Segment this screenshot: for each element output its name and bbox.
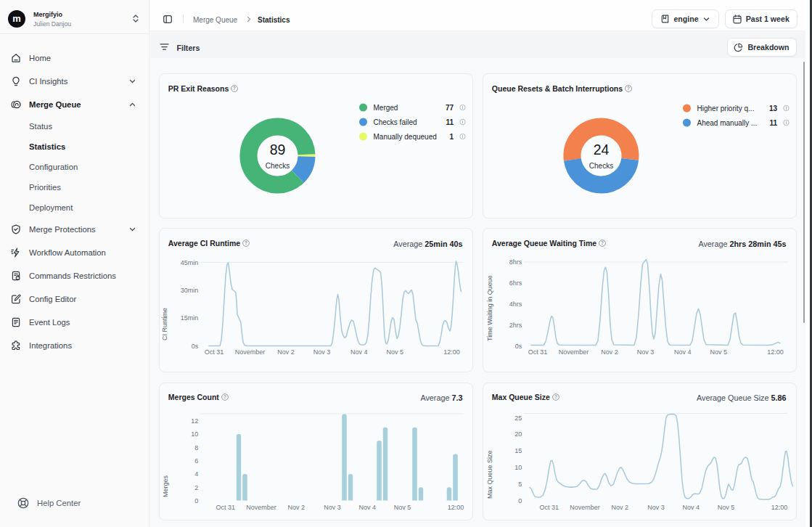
svg-text:10: 10 [191, 430, 198, 438]
svg-text:8: 8 [194, 444, 198, 451]
svg-text:20: 20 [514, 430, 522, 438]
svg-text:Oct 31: Oct 31 [205, 348, 224, 356]
svg-text:15: 15 [514, 447, 522, 454]
svg-text:Oct 31: Oct 31 [216, 504, 235, 511]
svg-text:6: 6 [194, 457, 198, 465]
svg-text:2hrs: 2hrs [509, 322, 522, 329]
svg-text:Nov 3: Nov 3 [647, 504, 665, 511]
svg-text:2: 2 [194, 483, 198, 491]
svg-text:10: 10 [514, 463, 522, 470]
svg-text:12:00: 12:00 [448, 504, 464, 511]
svg-text:Nov 5: Nov 5 [386, 348, 403, 356]
svg-text:November: November [559, 348, 589, 356]
svg-text:November: November [570, 504, 600, 511]
svg-text:Nov 3: Nov 3 [313, 348, 331, 356]
svg-text:0s: 0s [515, 343, 522, 350]
svg-text:Oct 31: Oct 31 [528, 348, 548, 356]
svg-text:0: 0 [518, 497, 522, 504]
svg-text:0s: 0s [192, 343, 199, 350]
svg-text:Nov 5: Nov 5 [394, 504, 411, 511]
svg-text:15min: 15min [181, 314, 199, 322]
svg-text:12:00: 12:00 [767, 348, 784, 356]
svg-text:25: 25 [514, 414, 522, 421]
svg-text:4: 4 [194, 470, 198, 478]
svg-text:4hrs: 4hrs [509, 301, 522, 308]
svg-text:5: 5 [518, 480, 522, 487]
svg-text:Nov 4: Nov 4 [674, 348, 692, 356]
svg-text:November: November [235, 348, 266, 356]
svg-text:6hrs: 6hrs [509, 279, 522, 287]
svg-text:Nov 3: Nov 3 [637, 348, 655, 356]
svg-text:0: 0 [194, 497, 198, 504]
svg-text:30min: 30min [181, 287, 199, 294]
svg-text:Nov 2: Nov 2 [277, 348, 295, 356]
svg-text:12: 12 [191, 417, 198, 425]
svg-text:12:00: 12:00 [771, 504, 788, 511]
svg-text:12:00: 12:00 [443, 348, 460, 356]
svg-text:8hrs: 8hrs [509, 258, 522, 266]
svg-text:Nov 2: Nov 2 [601, 348, 618, 356]
svg-text:Nov 5: Nov 5 [718, 504, 735, 511]
svg-text:Nov 4: Nov 4 [682, 504, 700, 511]
svg-text:Oct 31: Oct 31 [539, 504, 559, 511]
svg-text:45min: 45min [181, 259, 199, 266]
svg-text:Nov 2: Nov 2 [287, 504, 305, 511]
svg-text:Nov 4: Nov 4 [350, 348, 368, 356]
svg-text:Nov 3: Nov 3 [324, 504, 341, 511]
svg-text:Nov 2: Nov 2 [611, 504, 628, 511]
svg-text:Nov 4: Nov 4 [358, 504, 376, 511]
svg-text:Nov 5: Nov 5 [710, 348, 727, 356]
svg-text:November: November [246, 504, 276, 511]
